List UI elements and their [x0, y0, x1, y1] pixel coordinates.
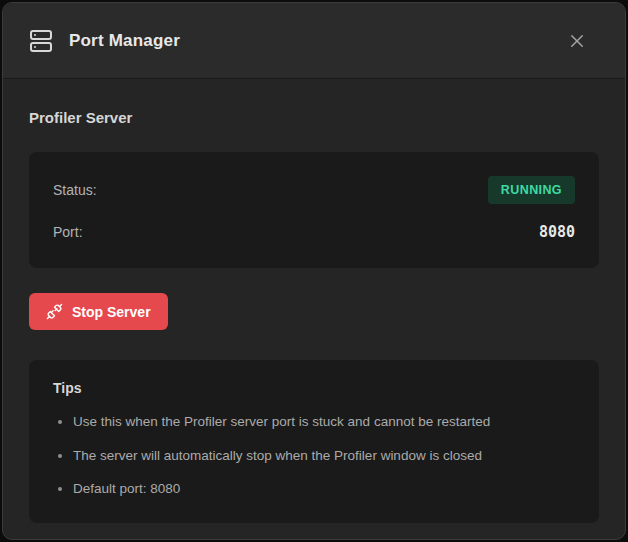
dialog-titlebar[interactable]: Port Manager: [3, 3, 625, 79]
unplug-icon: [46, 303, 63, 320]
section-heading-profiler-server: Profiler Server: [29, 109, 599, 126]
tip-item: Default port: 8080: [73, 479, 575, 499]
port-manager-dialog: Port Manager Profiler Server Status: RUN…: [2, 2, 626, 540]
port-value: 8080: [539, 223, 575, 241]
dialog-content: Profiler Server Status: RUNNING Port: 80…: [3, 79, 625, 539]
port-label: Port:: [53, 224, 83, 240]
tips-panel: Tips Use this when the Profiler server p…: [29, 360, 599, 523]
close-icon: [568, 32, 586, 50]
port-row: Port: 8080: [53, 220, 575, 244]
stop-server-label: Stop Server: [72, 304, 151, 320]
status-badge: RUNNING: [488, 176, 575, 204]
server-status-panel: Status: RUNNING Port: 8080: [29, 152, 599, 268]
status-label: Status:: [53, 182, 97, 198]
close-button[interactable]: [563, 27, 591, 55]
tip-item: Use this when the Profiler server port i…: [73, 412, 575, 432]
tips-list: Use this when the Profiler server port i…: [53, 412, 575, 499]
stop-server-button[interactable]: Stop Server: [29, 293, 168, 330]
tip-item: The server will automatically stop when …: [73, 446, 575, 466]
tips-heading: Tips: [53, 380, 575, 396]
server-icon: [29, 29, 53, 53]
status-row: Status: RUNNING: [53, 176, 575, 204]
dialog-title: Port Manager: [69, 31, 180, 51]
